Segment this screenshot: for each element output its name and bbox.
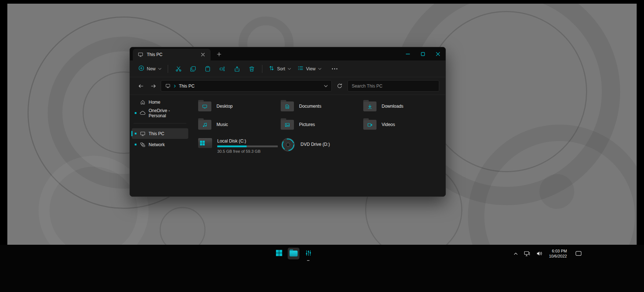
wallpaper-circle: [539, 174, 574, 209]
sidebar-divider: [134, 123, 186, 123]
drive-label: Local Disk (C:): [217, 138, 278, 144]
pictures-folder-icon: [281, 120, 294, 130]
copy-button[interactable]: [186, 63, 200, 75]
notification-center-icon[interactable]: [574, 250, 583, 258]
chevron-down-icon: [288, 68, 291, 70]
forward-button[interactable]: [149, 81, 158, 91]
file-list: Desktop Documents: [190, 95, 446, 196]
pc-monitor-icon: [139, 131, 146, 136]
drive-tile-local-disk-c[interactable]: Local Disk (C:) 30.5 GB free of 59.3 GB: [198, 137, 281, 154]
view-button[interactable]: View: [294, 63, 325, 75]
screen: This PC: [0, 0, 644, 292]
tree-expand-icon[interactable]: [135, 144, 137, 145]
running-app-indicator: [307, 260, 310, 261]
windows-logo-icon: [276, 250, 282, 258]
network-icon: [139, 142, 146, 147]
taskbar-mixer-button[interactable]: [302, 248, 314, 259]
tab-close-icon[interactable]: [199, 51, 207, 59]
close-button[interactable]: [430, 47, 445, 60]
drive-free-space: 30.5 GB free of 59.3 GB: [217, 149, 278, 154]
start-button[interactable]: [273, 248, 285, 259]
breadcrumb-chevron-icon: [174, 85, 176, 88]
delete-button[interactable]: [244, 63, 259, 75]
view-icon: [298, 65, 303, 73]
sidebar-item-label: Home: [149, 100, 160, 105]
music-note-glyph-icon: [203, 123, 207, 127]
drive-tile-dvd-d[interactable]: DVD Drive (D:): [281, 137, 363, 154]
desktop-glyph-icon: [203, 104, 207, 108]
refresh-button[interactable]: [335, 81, 345, 91]
minimize-button[interactable]: [400, 47, 415, 60]
pc-monitor-icon: [165, 84, 171, 88]
videos-folder-icon: [363, 120, 376, 130]
sidebar-item-label: This PC: [149, 131, 164, 136]
cut-button[interactable]: [171, 63, 186, 75]
drive-info: Local Disk (C:) 30.5 GB free of 59.3 GB: [217, 137, 278, 154]
folder-label: Documents: [299, 104, 321, 109]
back-button[interactable]: [136, 81, 146, 91]
wallpaper-circle: [160, 207, 205, 245]
folder-tile-desktop[interactable]: Desktop: [198, 97, 281, 115]
explorer-body: Home OneDrive - Personal This PC: [130, 95, 445, 196]
windows-logo-icon: [200, 141, 205, 145]
paste-button[interactable]: [200, 63, 215, 75]
taskbar-clock[interactable]: 6:03 PM 10/6/2022: [549, 248, 567, 259]
sidebar-item-label: OneDrive - Personal: [149, 108, 186, 118]
clock-date: 10/6/2022: [549, 254, 567, 259]
taskbar: 6:03 PM 10/6/2022: [0, 245, 644, 292]
sidebar-item-this-pc[interactable]: This PC: [132, 128, 188, 139]
documents-folder-icon: [281, 101, 294, 111]
chevron-down-icon: [158, 68, 161, 70]
folder-tile-videos[interactable]: Videos: [363, 115, 446, 134]
address-bar[interactable]: This PC: [161, 80, 331, 92]
search-input[interactable]: [352, 84, 435, 89]
folder-label: Music: [217, 122, 228, 127]
download-arrow-glyph-icon: [368, 104, 372, 109]
new-button[interactable]: New: [135, 63, 165, 75]
address-row: This PC: [130, 77, 445, 95]
tree-expand-icon[interactable]: [135, 133, 137, 134]
folder-tile-music[interactable]: Music: [198, 115, 281, 134]
folder-label: Pictures: [299, 122, 315, 127]
share-button[interactable]: [230, 63, 244, 75]
system-tray: 6:03 PM 10/6/2022: [512, 248, 583, 259]
video-camera-glyph-icon: [368, 123, 372, 127]
more-options-button[interactable]: [328, 63, 341, 75]
maximize-button[interactable]: [415, 47, 430, 60]
document-glyph-icon: [285, 104, 289, 109]
titlebar[interactable]: This PC: [130, 47, 445, 60]
sidebar-item-home[interactable]: Home: [132, 97, 188, 107]
disk-usage-fill: [217, 145, 247, 147]
tree-expand-icon[interactable]: [135, 112, 137, 114]
music-folder-icon: [198, 120, 211, 130]
folder-tile-pictures[interactable]: Pictures: [281, 115, 363, 134]
sort-button[interactable]: Sort: [265, 63, 294, 75]
volume-tray-icon[interactable]: [535, 250, 544, 258]
folder-label: Downloads: [382, 104, 403, 109]
disk-usage-bar: [217, 145, 278, 147]
sidebar-item-onedrive[interactable]: OneDrive - Personal: [132, 108, 188, 118]
hard-drive-icon: [198, 138, 212, 148]
taskbar-file-explorer-button[interactable]: [288, 248, 299, 259]
pc-monitor-icon: [137, 52, 143, 57]
toolbar-separator: [262, 65, 262, 73]
tab-this-pc[interactable]: This PC: [133, 49, 211, 60]
folder-tile-documents[interactable]: Documents: [281, 97, 363, 115]
picture-glyph-icon: [285, 123, 290, 127]
navigation-pane: Home OneDrive - Personal This PC: [130, 95, 190, 196]
new-tab-button[interactable]: [214, 50, 224, 59]
sidebar-item-network[interactable]: Network: [132, 139, 188, 150]
network-tray-icon[interactable]: [523, 250, 532, 258]
file-explorer-icon: [290, 251, 298, 256]
drive-tiles: Local Disk (C:) 30.5 GB free of 59.3 GB …: [198, 137, 446, 154]
desktop-folder-icon: [198, 101, 211, 111]
folder-label: Desktop: [217, 104, 233, 109]
tray-chevron-up-icon[interactable]: [512, 251, 519, 256]
optical-disc-icon: [281, 137, 295, 154]
clock-time: 6:03 PM: [549, 248, 567, 254]
address-dropdown-chevron-icon[interactable]: [324, 85, 328, 87]
rename-button[interactable]: [215, 63, 230, 75]
folder-label: Videos: [382, 122, 395, 127]
drive-label: DVD Drive (D:): [301, 137, 330, 147]
folder-tile-downloads[interactable]: Downloads: [363, 97, 446, 115]
